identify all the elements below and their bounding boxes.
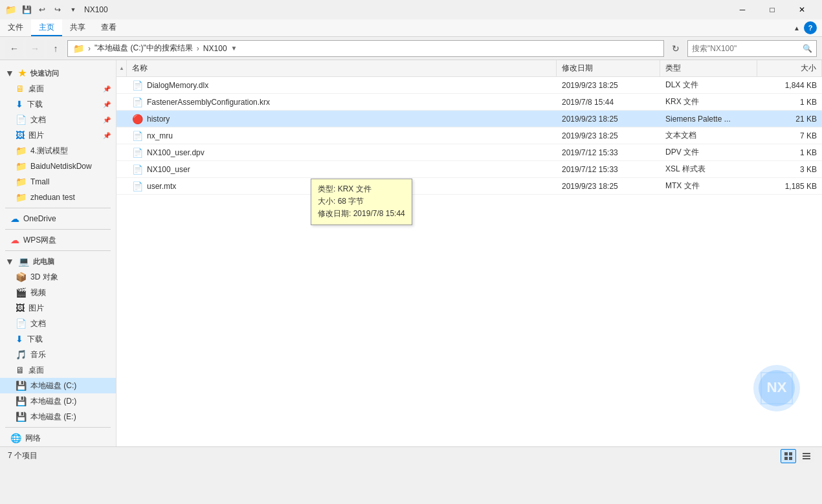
file-icon-mtx: 📄 (132, 181, 143, 192)
sidebar-video-label: 视频 (30, 287, 46, 298)
nav-up-btn[interactable]: ↑ (47, 39, 65, 58)
sidebar-item-wps[interactable]: ☁ WPS网盘 (0, 232, 116, 248)
file-name-2: history (147, 115, 170, 124)
onedrive-icon: ☁ (10, 214, 19, 224)
search-box[interactable]: 🔍 (687, 40, 817, 57)
tab-share[interactable]: 共享 (62, 19, 93, 36)
file-row[interactable]: 📄 NX100_user.dpv 2019/7/12 15:33 DPV 文件 … (117, 144, 822, 161)
qat-redo-btn[interactable]: ↪ (50, 3, 65, 17)
col-header-name[interactable]: 名称 (127, 60, 557, 76)
breadcrumb-arrow-2: › (197, 44, 199, 53)
tab-file[interactable]: 文件 (0, 19, 31, 36)
minimize-button[interactable]: ─ (728, 0, 757, 19)
svg-text:NX: NX (766, 379, 786, 395)
address-path[interactable]: 📁 › "本地磁盘 (C:)"中的搜索结果 › NX100 ▼ (67, 40, 664, 57)
sidebar: ▼ ★ 快速访问 🖥 桌面 📌 ⬇ 下载 📌 📄 文档 📌 🖼 图片 📌 📁 4… (0, 60, 117, 446)
file-row[interactable]: 📄 NX100_user 2019/7/12 15:33 XSL 样式表 3 K… (117, 161, 822, 178)
sidebar-quickaccess-header[interactable]: ▼ ★ 快速访问 (0, 65, 116, 81)
file-type-4: DPV 文件 (665, 148, 699, 157)
sidebar-item-pics-qa[interactable]: 🖼 图片 📌 (0, 127, 116, 143)
view-large-icons-btn[interactable] (781, 449, 796, 463)
quick-access-toolbar: 💾 ↩ ↪ ▼ (19, 3, 80, 17)
file-size-5: 3 KB (800, 165, 817, 174)
sidebar-item-downloads[interactable]: ⬇ 下载 (0, 331, 116, 347)
sidebar-item-drive-d[interactable]: 💾 本地磁盘 (D:) (0, 393, 116, 409)
sidebar-item-downloads-qa[interactable]: ⬇ 下载 📌 (0, 96, 116, 112)
sidebar-desktop-label: 桌面 (28, 365, 44, 376)
tab-view[interactable]: 查看 (93, 19, 124, 36)
file-size-1: 1 KB (800, 98, 817, 107)
sidebar-item-drive-e[interactable]: 💾 本地磁盘 (E:) (0, 409, 116, 424)
qat-undo-btn[interactable]: ↩ (35, 3, 49, 17)
sidebar-downloads-label: 下载 (27, 334, 43, 345)
qat-dropdown-btn[interactable]: ▼ (66, 3, 80, 17)
tooltip-size-line: 大小: 68 字节 (318, 195, 405, 208)
col-date-label: 修改日期 (562, 63, 593, 74)
ribbon-collapse-btn[interactable]: ▲ (790, 21, 804, 35)
sidebar-item-testmodel[interactable]: 📁 4.测试模型 (0, 143, 116, 159)
documents-icon: 📄 (16, 318, 27, 329)
video-icon: 🎬 (16, 287, 27, 298)
address-refresh-btn[interactable]: ↻ (667, 39, 685, 58)
sidebar-baidu-label: BaiduNetdiskDow (30, 162, 92, 171)
sidebar-item-docs-qa[interactable]: 📄 文档 📌 (0, 112, 116, 127)
sidebar-item-drive-c[interactable]: 💾 本地磁盘 (C:) (0, 378, 116, 393)
wps-icon: ☁ (10, 235, 19, 245)
sidebar-item-desktop[interactable]: 🖥 桌面 (0, 362, 116, 378)
close-button[interactable]: ✕ (787, 0, 817, 19)
baidu-folder-icon: 📁 (16, 161, 27, 171)
title-bar: 📁 💾 ↩ ↪ ▼ NX100 ─ □ ✕ (0, 0, 822, 19)
thispc-computer-icon: 💻 (18, 256, 29, 267)
file-size-3: 7 KB (800, 131, 817, 140)
sidebar-item-baidu[interactable]: 📁 BaiduNetdiskDow (0, 159, 116, 174)
file-row[interactable]: 📄 nx_mru 2019/9/23 18:25 文本文档 7 KB (117, 127, 822, 144)
breadcrumb-arrow-1: › (88, 44, 91, 53)
breadcrumb-part-1: "本地磁盘 (C:)"中的搜索结果 (94, 43, 193, 54)
downloads2-icon: ⬇ (16, 334, 23, 344)
col-header-date[interactable]: 修改日期 (557, 60, 660, 76)
col-header-type[interactable]: 类型 (660, 60, 757, 76)
status-bar: 7 个项目 (0, 446, 822, 465)
file-row[interactable]: 📄 DialogMemory.dlx 2019/9/23 18:25 DLX 文… (117, 77, 822, 94)
sidebar-thispc-label: 此电脑 (33, 257, 54, 267)
large-icons-view-icon (784, 452, 793, 461)
sidebar-item-zheduan[interactable]: 📁 zheduan test (0, 190, 116, 205)
ribbon-help-btn[interactable]: ? (804, 21, 817, 34)
search-input[interactable] (692, 44, 800, 53)
file-icon-xsl: 📄 (132, 164, 143, 175)
sidebar-divider-4 (5, 427, 111, 428)
sidebar-thispc-header[interactable]: ▼ 💻 此电脑 (0, 254, 116, 269)
file-row[interactable]: 📄 user.mtx 2019/9/23 18:25 MTX 文件 1,185 … (117, 178, 822, 195)
file-row[interactable]: 📄 FastenerAssemblyConfiguration.krx 2019… (117, 94, 822, 111)
qat-save-btn[interactable]: 💾 (19, 3, 34, 17)
col-header-size[interactable]: 大小 (757, 60, 822, 76)
nav-back-btn[interactable]: ← (5, 39, 23, 58)
sidebar-item-onedrive[interactable]: ☁ OneDrive (0, 211, 116, 226)
sidebar-item-video[interactable]: 🎬 视频 (0, 285, 116, 300)
view-details-btn[interactable] (799, 449, 814, 463)
tab-home[interactable]: 主页 (31, 19, 62, 36)
tooltip-size-label: 大小: (318, 197, 335, 206)
breadcrumb-part-2: NX100 (203, 44, 227, 53)
file-row-history[interactable]: 🔴 history 2019/9/23 18:25 Siemens Palett… (117, 111, 822, 127)
sidebar-item-pictures[interactable]: 🖼 图片 (0, 300, 116, 316)
sidebar-item-3d[interactable]: 📦 3D 对象 (0, 269, 116, 285)
sidebar-item-documents[interactable]: 📄 文档 (0, 316, 116, 331)
sidebar-network-label: 网络 (25, 433, 41, 444)
file-icon-dpv: 📄 (132, 148, 143, 158)
address-bar: ← → ↑ 📁 › "本地磁盘 (C:)"中的搜索结果 › NX100 ▼ ↻ … (0, 37, 822, 60)
file-icon-dlx: 📄 (132, 80, 143, 91)
sidebar-item-tmall[interactable]: 📁 Tmall (0, 174, 116, 190)
sidebar-item-network[interactable]: 🌐 网络 (0, 430, 116, 446)
file-date-4: 2019/7/12 15:33 (562, 148, 618, 157)
quickaccess-chevron-icon: ▼ (5, 68, 14, 78)
nav-forward-btn[interactable]: → (26, 39, 44, 58)
maximize-button[interactable]: □ (757, 0, 787, 19)
sidebar-quickaccess-label: 快速访问 (30, 69, 59, 78)
sidebar-item-music[interactable]: 🎵 音乐 (0, 347, 116, 362)
downloads-icon: ⬇ (16, 99, 23, 109)
search-icon[interactable]: 🔍 (803, 44, 812, 53)
ribbon-tabs: 文件 主页 共享 查看 ▲ ? (0, 19, 822, 36)
file-date-0: 2019/9/23 18:25 (562, 81, 618, 90)
sidebar-item-desktop-qa[interactable]: 🖥 桌面 📌 (0, 81, 116, 96)
